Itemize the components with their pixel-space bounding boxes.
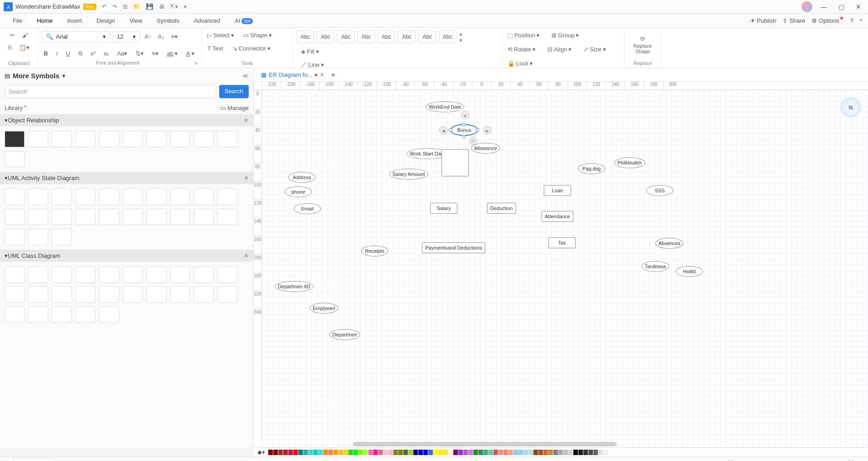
style-preset-4[interactable]: Abc	[357, 30, 375, 43]
color-swatch[interactable]	[563, 450, 568, 455]
node-salary[interactable]: Salary	[430, 203, 457, 214]
shape-thumb[interactable]	[75, 189, 95, 205]
tab-design[interactable]: Design	[89, 15, 122, 27]
color-swatch[interactable]	[538, 450, 543, 455]
color-swatch[interactable]	[473, 450, 478, 455]
color-swatch[interactable]	[573, 450, 578, 455]
node-address[interactable]: Address	[288, 172, 316, 183]
shape-thumb[interactable]	[146, 189, 166, 205]
color-swatch[interactable]	[268, 450, 273, 455]
text-tool[interactable]: T Text	[206, 43, 225, 54]
node-phone[interactable]: phone	[285, 186, 312, 197]
shape-thumb[interactable]	[217, 131, 237, 147]
node-deduction[interactable]: Deduction	[487, 203, 516, 214]
color-swatch[interactable]	[533, 450, 538, 455]
shape-thumb[interactable]	[75, 266, 95, 283]
shape-thumb[interactable]	[170, 131, 190, 147]
shape-thumb[interactable]	[75, 306, 95, 323]
connector-tool[interactable]: ↘ Connector ▾	[231, 43, 272, 54]
shape-thumb[interactable]	[52, 306, 72, 323]
line-spacing-icon[interactable]: ⇅▾	[134, 48, 146, 59]
color-swatch[interactable]	[558, 450, 563, 455]
align-button[interactable]: ⊟ Align ▾	[546, 44, 573, 55]
font-color-icon[interactable]: A▾	[184, 48, 196, 59]
group-button[interactable]: ⊞ Group ▾	[550, 30, 581, 40]
color-swatch[interactable]	[403, 450, 408, 455]
color-swatch[interactable]	[393, 450, 398, 455]
color-swatch[interactable]	[353, 450, 358, 455]
shape-thumb[interactable]	[123, 266, 143, 283]
color-swatch[interactable]	[603, 450, 608, 455]
node-attendance[interactable]: Attendance	[542, 211, 573, 222]
share-button[interactable]: ⇪Share	[783, 17, 805, 24]
node-holiid[interactable]: Holiid	[676, 266, 703, 277]
tab-advanced[interactable]: Advanced	[186, 15, 227, 27]
shape-thumb[interactable]	[52, 286, 72, 303]
options-button[interactable]: ⚙Options	[812, 17, 844, 24]
undo-icon[interactable]: ↶	[102, 3, 107, 10]
node-email[interactable]: Email	[294, 203, 321, 214]
color-swatch[interactable]	[528, 450, 533, 455]
style-preset-3[interactable]: Abc	[337, 30, 355, 43]
cut-icon[interactable]: ✂	[8, 30, 17, 40]
copy-icon[interactable]: ⎘	[6, 42, 14, 53]
color-swatch[interactable]	[318, 450, 323, 455]
color-swatch[interactable]	[588, 450, 593, 455]
font-dialog-icon[interactable]: ↘	[194, 60, 198, 66]
shape-thumb[interactable]	[28, 286, 48, 303]
node-receipts[interactable]: Receipts	[361, 246, 388, 256]
increase-font-icon[interactable]: A↑	[143, 31, 153, 42]
size-button[interactable]: ⤢ Size ▾	[582, 44, 607, 55]
color-swatch[interactable]	[508, 450, 513, 455]
style-preset-6[interactable]: Abc	[398, 30, 416, 43]
shape-thumb[interactable]	[194, 209, 214, 225]
tab-symbols[interactable]: Symbols	[150, 15, 187, 27]
fill-button[interactable]: ◈ Fill ▾	[299, 46, 336, 57]
font-size-select[interactable]: 12▾	[113, 31, 140, 42]
color-swatch[interactable]	[468, 450, 473, 455]
color-swatch[interactable]	[463, 450, 468, 455]
style-preset-7[interactable]: Abc	[418, 30, 436, 43]
shape-thumb[interactable]	[75, 131, 95, 147]
shape-thumb[interactable]	[123, 189, 143, 205]
shape-thumb[interactable]	[146, 209, 166, 225]
shape-thumb[interactable]	[99, 189, 119, 205]
shape-tool[interactable]: ▭ Shape ▾	[241, 30, 274, 40]
color-swatch[interactable]	[498, 450, 503, 455]
sel-arrow-up[interactable]: ▲	[461, 111, 469, 119]
color-swatch[interactable]	[488, 450, 493, 455]
shape-thumb[interactable]	[194, 189, 214, 205]
document-tab[interactable]: ▦ ER Diagram fo... ✕	[257, 70, 328, 80]
node-empty-rect[interactable]	[442, 149, 469, 176]
color-swatch[interactable]	[503, 450, 508, 455]
color-swatch[interactable]	[548, 450, 553, 455]
publish-button[interactable]: ✈Publish	[750, 17, 777, 24]
tab-view[interactable]: View	[122, 15, 150, 27]
more-qa-icon[interactable]: ▾	[184, 3, 187, 10]
replace-shape-button[interactable]: ⟳Replace Shape	[632, 34, 653, 56]
open-icon[interactable]: 📁	[133, 3, 140, 10]
subscript-icon[interactable]: x₂	[102, 48, 111, 59]
canvas[interactable]: N WorkEnd Date Bonus ◀ ▶ ▲ ⟳ Allowance W…	[262, 90, 868, 447]
shape-thumb[interactable]	[5, 189, 25, 205]
minimize-icon[interactable]: —	[818, 3, 830, 10]
color-swatch[interactable]	[308, 450, 313, 455]
selection-handle[interactable]	[476, 128, 479, 132]
color-swatch[interactable]	[583, 450, 588, 455]
shape-thumb[interactable]	[5, 131, 25, 147]
symbol-search-button[interactable]: Search	[219, 85, 249, 98]
node-deptid[interactable]: Departmen tID	[275, 281, 314, 292]
color-swatch[interactable]	[413, 450, 418, 455]
shape-thumb[interactable]	[99, 266, 119, 283]
tab-ai[interactable]: AIhot	[227, 15, 260, 27]
position-button[interactable]: ⬚ Position ▾	[506, 30, 542, 40]
color-swatch[interactable]	[288, 450, 293, 455]
color-swatch[interactable]	[543, 450, 548, 455]
add-page-icon[interactable]: +	[68, 460, 72, 461]
shape-thumb[interactable]	[170, 209, 190, 225]
library-up-icon[interactable]: ⌃	[23, 105, 28, 111]
shape-thumb[interactable]	[123, 209, 143, 225]
color-swatch[interactable]	[453, 450, 458, 455]
shape-thumb[interactable]	[194, 266, 214, 283]
color-swatch[interactable]	[593, 450, 598, 455]
